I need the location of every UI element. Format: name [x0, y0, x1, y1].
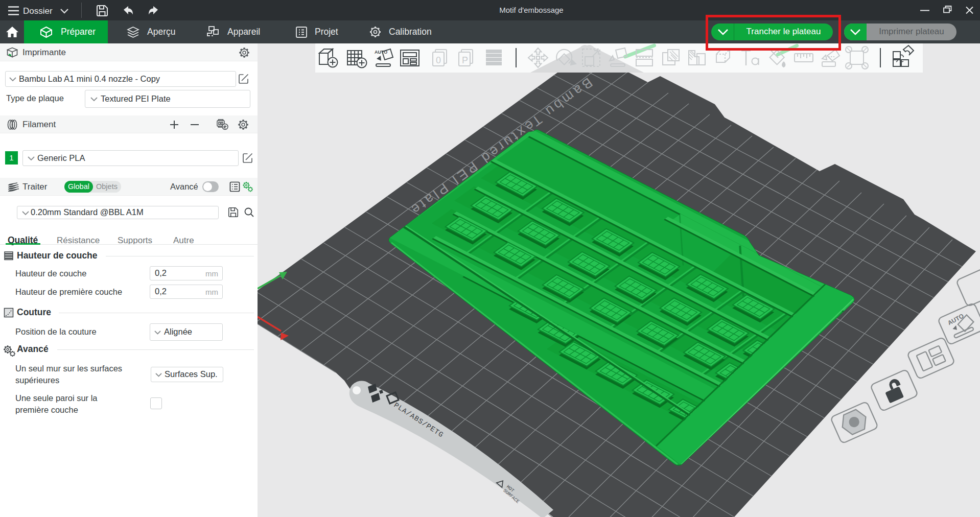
svg-text:P: P — [462, 55, 468, 65]
svg-text:0: 0 — [436, 55, 441, 65]
svg-text:Dossier: Dossier — [23, 6, 53, 16]
